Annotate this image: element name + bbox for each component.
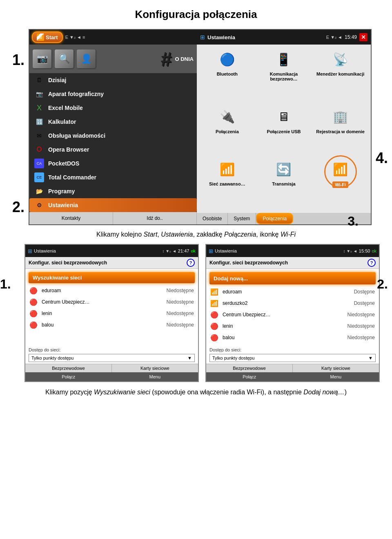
menedzer-label: Menedżer komunikacji bbox=[316, 72, 364, 76]
camera-icon[interactable]: 📷 bbox=[33, 49, 51, 68]
left-ok-btn[interactable]: ok bbox=[191, 248, 196, 253]
polacz-action-right[interactable]: Połącz bbox=[206, 372, 293, 381]
right-ok-btn[interactable]: ok bbox=[372, 248, 376, 253]
opera-icon: O bbox=[34, 145, 44, 154]
quick-icons-row: 📷 🔍 👤 # O DNIA bbox=[29, 45, 197, 73]
access-label-left: Dostęp do sieci: bbox=[29, 347, 60, 352]
left-help-icon[interactable]: ? bbox=[187, 259, 195, 267]
close-button[interactable]: ✕ bbox=[359, 33, 368, 41]
menu-item-kalkulator[interactable]: 🔢 Kalkulator bbox=[29, 115, 197, 129]
menu-item-aparat[interactable]: 📷 Aparat fotograficzny bbox=[29, 87, 197, 101]
lenin-name-left: lenin bbox=[42, 311, 163, 316]
dzisiaj-icon: 🗓 bbox=[34, 75, 44, 85]
ustawienia-label: Ustawienia bbox=[48, 202, 78, 208]
taskbar-right: ⊞ Ustawienia E ▼ᵢₗ ◄ 15:49 ✕ bbox=[197, 30, 371, 45]
left-phone-body: Wyszukiwanie sieci 🔴 eduroam Niedostępne… bbox=[25, 269, 198, 345]
wiadomosci-icon: ✉ bbox=[34, 131, 44, 141]
aparat-icon: 📷 bbox=[34, 89, 44, 99]
menu-item-totalcmd[interactable]: CE Total Commander bbox=[29, 170, 197, 184]
polaczenie-usb-item[interactable]: 🖥 Połączenie USB bbox=[258, 106, 310, 155]
bluetooth-item[interactable]: 🔵 Bluetooth bbox=[201, 49, 254, 102]
kontakty-tab[interactable]: Kontakty bbox=[29, 212, 113, 224]
siec-item[interactable]: 📶 Sieć zaawanso… bbox=[201, 159, 254, 209]
menu-item-pocketdos[interactable]: CA PocketDOS bbox=[29, 157, 197, 170]
menedzer-item[interactable]: 📡 Menedżer komunikacji bbox=[314, 49, 367, 102]
lenin-icon-right: 🔴 bbox=[210, 322, 219, 330]
menu-action-right[interactable]: Menu bbox=[293, 372, 379, 381]
centrum-name-left: Centrum Ubezpiecz… bbox=[42, 299, 163, 305]
eduroam-status-right: Dostępne bbox=[354, 289, 375, 295]
menu-item-dzisiaj[interactable]: 🗓 Dzisiaj bbox=[29, 73, 197, 87]
menu-item-opera[interactable]: O Opera Browser bbox=[29, 143, 197, 157]
right-win-icon: ⊞ bbox=[209, 248, 213, 254]
add-network-button[interactable]: Dodaj nową... bbox=[209, 272, 376, 284]
bezprzewodowe-tab-right[interactable]: Bezprzewodowe bbox=[206, 364, 293, 372]
transmisja-item[interactable]: 🔄 Transmisja bbox=[258, 159, 310, 209]
programy-icon: 📂 bbox=[34, 186, 44, 196]
access-dropdown-left[interactable]: Tylko punkty dostępu ▼ bbox=[29, 354, 195, 362]
right-signal-icon: ↕ ▼ᵢₗ ◄ bbox=[343, 249, 357, 253]
right-phone-taskbar: ⊞ Ustawienia ↕ ▼ᵢₗ ◄ 15:50 ok bbox=[206, 245, 379, 257]
network-item-eduroam-left[interactable]: 🔴 eduroam Niedostępne bbox=[25, 285, 198, 296]
network-item-lenin-left[interactable]: 🔴 lenin Niedostępne bbox=[25, 308, 198, 319]
right-taskbar-icons: E ▼ᵢₗ ◄ bbox=[326, 35, 342, 40]
totalcmd-label: Total Commander bbox=[48, 174, 96, 181]
komunikacja-bezprzewo-item[interactable]: 📱 Komunikacja bezprzewo… bbox=[258, 49, 310, 102]
komunikacja-bezprzewo-label: Komunikacja bezprzewo… bbox=[258, 72, 310, 81]
polaczenia-icon: 🔌 bbox=[216, 106, 238, 127]
polaczenia-item[interactable]: 🔌 Połączenia bbox=[201, 106, 254, 155]
network-item-balou-right[interactable]: 🔴 balou Niedostępne bbox=[206, 332, 379, 343]
search-network-button[interactable]: Wyszukiwanie sieci bbox=[29, 272, 195, 283]
eduroam-name-right: eduroam bbox=[223, 289, 351, 295]
settings-grid: 🔵 Bluetooth 📱 Komunikacja bezprzewo… 📡 M… bbox=[197, 45, 371, 213]
taskbar-icons: E ▼ᵢₗ ◄ ≡ bbox=[65, 35, 85, 40]
karty-tab-right[interactable]: Karty sieciowe bbox=[293, 364, 379, 372]
right-phone-body: Dodaj nową... 📶 eduroam Dostępne 📶 serdu… bbox=[206, 269, 379, 345]
totalcmd-icon: CE bbox=[34, 172, 44, 182]
network-item-balou-left[interactable]: 🔴 balou Niedostępne bbox=[25, 319, 198, 331]
pocketdos-label: PocketDOS bbox=[48, 160, 79, 167]
step-2-label: 2. bbox=[12, 199, 24, 216]
menedzer-icon: 📡 bbox=[330, 49, 351, 70]
polaczenia-tab[interactable]: Połączenia bbox=[256, 213, 293, 224]
right-help-icon[interactable]: ? bbox=[368, 259, 376, 267]
network-item-eduroam-right[interactable]: 📶 eduroam Dostępne bbox=[206, 286, 379, 297]
step-1-label: 1. bbox=[12, 51, 24, 69]
top-screenshot: ⊞ Start E ▼ᵢₗ ◄ ≡ 📷 🔍 👤 # O DNIA 🗓 D bbox=[29, 29, 372, 225]
dnia-text: O DNIA bbox=[175, 56, 194, 62]
network-item-serduszko-right[interactable]: 📶 serduszko2 Dostępne bbox=[206, 297, 379, 309]
kalkulator-label: Kalkulator bbox=[48, 119, 76, 125]
network-item-lenin-right[interactable]: 🔴 lenin Niedostępne bbox=[206, 320, 379, 332]
network-item-centrum-left[interactable]: 🔴 Centrum Ubezpiecz… Niedostępne bbox=[25, 296, 198, 308]
eduroam-name-left: eduroam bbox=[42, 288, 163, 293]
polacz-action-left[interactable]: Połącz bbox=[25, 372, 112, 381]
system-tab[interactable]: System bbox=[228, 213, 256, 224]
karty-tab-left[interactable]: Karty sieciowe bbox=[112, 364, 198, 372]
bluetooth-icon: 🔵 bbox=[216, 49, 238, 70]
network-item-centrum-right[interactable]: 🔴 Centrum Ubezpiecz… Niedostępne bbox=[206, 309, 379, 320]
lenin-status-right: Niedostępne bbox=[347, 323, 375, 329]
bezprzewodowe-tab-left[interactable]: Bezprzewodowe bbox=[25, 364, 112, 372]
rejestracja-item[interactable]: 🏢 Rejestracja w domenie bbox=[314, 106, 367, 155]
person-icon[interactable]: 👤 bbox=[77, 49, 96, 68]
start-button[interactable]: ⊞ Start bbox=[32, 31, 63, 43]
osobiste-tab[interactable]: Osobiste bbox=[197, 213, 228, 224]
menu-item-wiadomosci[interactable]: ✉ Obsługa wiadomości bbox=[29, 129, 197, 143]
balou-name-right: balou bbox=[223, 335, 344, 340]
menu-item-ustawienia[interactable]: ⚙ Ustawienia bbox=[29, 198, 197, 212]
access-dropdown-right[interactable]: Tylko punkty dostępu ▼ bbox=[209, 354, 376, 362]
left-phone-screen: ⊞ Ustawienia ↕ ▼ᵢₗ ◄ 21:47 ok Konfigur. … bbox=[24, 244, 199, 382]
search-icon[interactable]: 🔍 bbox=[55, 49, 74, 68]
idzdodo-tab[interactable]: Idź do.. bbox=[113, 212, 197, 224]
left-header-text: Konfigur. sieci bezprzewodowych bbox=[29, 260, 107, 266]
menu-action-left[interactable]: Menu bbox=[112, 372, 198, 381]
signal-icon: E ▼ᵢₗ ◄ ≡ bbox=[65, 35, 85, 40]
wifi-item[interactable]: 📶 Wi-Fi bbox=[314, 159, 367, 209]
siec-icon: 📶 bbox=[216, 159, 238, 180]
access-label-right: Dostęp do sieci: bbox=[209, 347, 241, 352]
left-time: 21:47 bbox=[178, 248, 189, 253]
menu-item-excel[interactable]: X Excel Mobile bbox=[29, 101, 197, 115]
menu-item-programy[interactable]: 📂 Programy bbox=[29, 184, 197, 198]
lenin-name-right: lenin bbox=[223, 323, 344, 329]
polaczenia-label: Połączenia bbox=[216, 129, 239, 134]
